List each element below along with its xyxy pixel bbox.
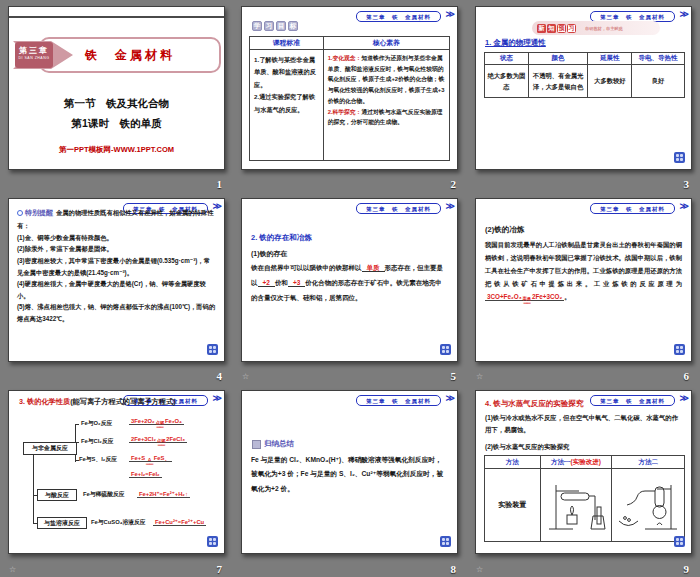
col-header: 导电、导热性 bbox=[632, 53, 684, 64]
section-title: 第一节 铁及其化合物 bbox=[9, 97, 224, 111]
cell-7: 第三章 铁 金属材料 ≫ 3. 铁的化学性质(能写离子方程式的写离子方程式) 与… bbox=[0, 384, 233, 577]
page-number: 4 bbox=[217, 370, 223, 382]
chemical-equation: Fe+2H⁺=Fe²⁺+H₂↑ bbox=[137, 491, 190, 497]
star-watermark: ☆ bbox=[476, 565, 483, 574]
experiment-table: 方法 方法一(实验改进) 方法二 实验装置 bbox=[484, 455, 685, 542]
core-literacy-cell: 1.变化观念：知道铁作为还原剂与某些非金属单质、酸和盐溶液反应时，铁与氧化性较弱… bbox=[324, 50, 449, 160]
slide-2-objectives[interactable]: 第三章 铁 金属材料 ≫ 学 习 目 标 课程标准 核心素养 1.了解铁与某些非… bbox=[241, 6, 458, 170]
nav-icon[interactable] bbox=[440, 536, 451, 547]
chemical-equation: 2Fe+3Cl₂点燃══2FeCl₃ bbox=[129, 436, 187, 447]
table-header-row: 状态 颜色 延展性 导电、导热性 bbox=[485, 53, 684, 65]
circle-icon bbox=[17, 210, 23, 216]
nav-icon[interactable] bbox=[207, 536, 218, 547]
table-header-row: 课程标准 核心素养 bbox=[250, 37, 449, 50]
chapter-header-badge: 第三章 铁 金属材料 bbox=[590, 395, 675, 406]
chemical-equation: 3CO+Fe₂O₃高温══2Fe+3CO₂ bbox=[485, 293, 564, 301]
summary-header: 归纳总结 bbox=[252, 439, 297, 449]
section-heading: 3. 铁的化学性质(能写离子方程式的写离子方程式) bbox=[19, 397, 176, 407]
slide-5-existence[interactable]: 第三章 铁 金属材料 ≫ 2. 铁的存在和冶炼 (1)铁的存在 铁在自然界中可以… bbox=[241, 198, 458, 362]
chapter-number: 第三章 bbox=[15, 46, 53, 56]
body-paragraph: 铁在自然界中可以以陨铁中的铁那样以单质形态存在，但主要是以+2价和+3价化合物的… bbox=[251, 261, 448, 306]
banner-note: 自研教材，自主解惑 bbox=[585, 26, 623, 31]
nav-icon[interactable] bbox=[674, 344, 685, 355]
chemical-equation: 3Fe+2O₂点燃══Fe₃O₄ bbox=[129, 418, 184, 429]
col-header-method: 方法 bbox=[485, 456, 541, 468]
course-title: 铁 金属材料 bbox=[85, 47, 175, 64]
table-body-row: 绝大多数为固态 不透明、有金属光泽，大多是银白色 大多数较好 良好 bbox=[485, 65, 684, 97]
body-paragraph: 我国目前发现最早的人工冶铁制品是甘肃灵台出土的春秋初年秦国的铜柄铁剑，这说明春秋… bbox=[485, 239, 682, 305]
page-number: 2 bbox=[451, 178, 457, 190]
branch-label: Fe与Cl₂反应 bbox=[81, 437, 114, 446]
preview-banner: 新 知 预 习 自研教材，自主解惑 bbox=[532, 21, 660, 35]
slide-9-experiment[interactable]: 第三章 铁 金属材料 ≫ 4. 铁与水蒸气反应的实验探究 (1)铁与冷水或热水不… bbox=[475, 390, 692, 554]
cell-4: 第三章 铁 金属材料 ≫ 特别提醒金属的物理性质既有相似性又有差异性，如金属的特… bbox=[0, 192, 233, 384]
banner-char: 预 bbox=[557, 24, 566, 33]
blank-fill: +2 bbox=[258, 279, 275, 287]
properties-table: 状态 颜色 延展性 导电、导热性 绝大多数为固态 不透明、有金属光泽，大多是银白… bbox=[484, 52, 685, 98]
col-header-method2: 方法二 bbox=[612, 456, 684, 468]
literacy-lead: 2.科学探究： bbox=[328, 109, 362, 115]
banner-char: 新 bbox=[537, 24, 546, 33]
equation-left: 3CO+Fe₂O₃ bbox=[487, 293, 522, 300]
col-header: 核心素养 bbox=[324, 37, 449, 49]
cell-1: 铁 金属材料 第三章 DI SAN ZHANG 第一节 铁及其化合物 第1课时 … bbox=[0, 0, 233, 192]
top-rule bbox=[9, 16, 224, 18]
connector-line bbox=[75, 424, 79, 425]
blank-fill: +3 bbox=[288, 279, 305, 287]
col-header: 状态 bbox=[485, 53, 529, 64]
chemical-equation: Fe+SΔ══FeS、 bbox=[129, 454, 172, 466]
page-number: 8 bbox=[451, 563, 457, 575]
reminder-label: 特别提醒 bbox=[25, 209, 53, 216]
summary-label: 归纳总结 bbox=[264, 439, 294, 449]
branch-label: Fe与CuSO₄溶液反应 bbox=[91, 518, 146, 527]
banner-char: 习 bbox=[567, 24, 576, 33]
branch-label: Fe与稀硫酸反应 bbox=[83, 490, 125, 499]
connector-line bbox=[33, 455, 34, 524]
cell-conductivity: 良好 bbox=[632, 65, 684, 97]
banner-char: 目 bbox=[276, 21, 286, 31]
cell-8: 第三章 铁 金属材料 ≫ 归纳总结 Fe 与足量的 Cl₂、KMnO₄(H⁺)、… bbox=[233, 384, 467, 577]
chapter-header-badge: 第三章 铁 金属材料 bbox=[356, 203, 441, 214]
sub-heading: (2)铁与水蒸气反应的实验探究 bbox=[485, 443, 570, 452]
cell-6: 第三章 铁 金属材料 ≫ (2)铁的冶炼 我国目前发现最早的人工冶铁制品是甘肃灵… bbox=[467, 192, 700, 384]
table-body-row: 实验装置 bbox=[485, 469, 684, 541]
heading-note: (能写离子方程式的写离子方程式) bbox=[70, 397, 175, 406]
text-segment: 。 bbox=[564, 293, 570, 300]
page-number: 1 bbox=[217, 178, 223, 190]
slide-grid-view: 铁 金属材料 第三章 DI SAN ZHANG 第一节 铁及其化合物 第1课时 … bbox=[0, 0, 700, 577]
chevron-icon: ≫ bbox=[680, 9, 689, 19]
chapter-header-badge: 第三章 铁 金属材料 bbox=[590, 203, 675, 214]
square-icon bbox=[252, 440, 261, 449]
star-watermark: ☆ bbox=[476, 372, 483, 381]
heading-title: 铁的化学性质 bbox=[27, 397, 70, 406]
slide-4-reminder[interactable]: 第三章 铁 金属材料 ≫ 特别提醒金属的物理性质既有相似性又有差异性，如金属的特… bbox=[8, 198, 225, 362]
star-watermark: ☆ bbox=[9, 565, 16, 574]
nav-icon[interactable] bbox=[674, 536, 685, 547]
cell-3: 第三章 铁 金属材料 ≫ 新 知 预 习 自研教材，自主解惑 1. 金属的物理通… bbox=[467, 0, 700, 192]
slide-6-smelting[interactable]: 第三章 铁 金属材料 ≫ (2)铁的冶炼 我国目前发现最早的人工冶铁制品是甘肃灵… bbox=[475, 198, 692, 362]
slide-8-summary[interactable]: 第三章 铁 金属材料 ≫ 归纳总结 Fe 与足量的 Cl₂、KMnO₄(H⁺)、… bbox=[241, 390, 458, 554]
page-number: 3 bbox=[684, 178, 690, 190]
nav-icon[interactable] bbox=[440, 344, 451, 355]
course-standard-cell: 1.了解铁与某些非金属单质、酸和盐溶液的反应。 2.通过实验探究了解铁与水蒸气的… bbox=[250, 50, 324, 160]
nav-icon[interactable] bbox=[674, 152, 685, 163]
reminder-item: (4)硬度相差很大，金属中硬度最大的是铬(Cr)，钠、钾等金属硬度较小。 bbox=[17, 278, 216, 301]
sub-heading: (2)铁的冶炼 bbox=[485, 225, 524, 235]
node-salt: 与盐溶液反应 bbox=[37, 517, 87, 529]
cell-9: 第三章 铁 金属材料 ≫ 4. 铁与水蒸气反应的实验探究 (1)铁与冷水或热水不… bbox=[467, 384, 700, 577]
page-number: 9 bbox=[684, 563, 690, 575]
slide-1-title[interactable]: 铁 金属材料 第三章 DI SAN ZHANG 第一节 铁及其化合物 第1课时 … bbox=[8, 6, 225, 170]
star-watermark: ☆ bbox=[242, 372, 249, 381]
slide-7-chemistry[interactable]: 第三章 铁 金属材料 ≫ 3. 铁的化学性质(能写离子方程式的写离子方程式) 与… bbox=[8, 390, 225, 554]
chevron-icon: ≫ bbox=[446, 393, 455, 403]
cell-state: 绝大多数为固态 bbox=[485, 65, 529, 97]
col-header: 颜色 bbox=[529, 53, 589, 64]
nav-icon[interactable] bbox=[207, 344, 218, 355]
chapter-badge: 第三章 DI SAN ZHANG bbox=[15, 42, 53, 68]
banner-char: 标 bbox=[288, 21, 298, 31]
objectives-banner: 学 习 目 标 bbox=[252, 21, 300, 31]
banner-char: 学 bbox=[252, 21, 262, 31]
lesson-title: 第1课时 铁的单质 bbox=[9, 117, 224, 131]
slide-3-preview[interactable]: 第三章 铁 金属材料 ≫ 新 知 预 习 自研教材，自主解惑 1. 金属的物理通… bbox=[475, 6, 692, 170]
chapter-header-badge: 第三章 铁 金属材料 bbox=[356, 11, 441, 22]
